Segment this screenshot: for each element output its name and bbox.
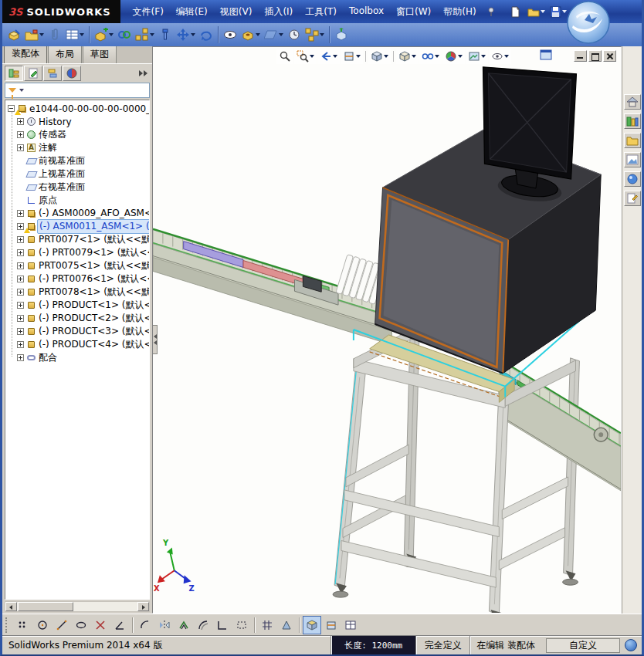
trim-entities-icon[interactable] [91, 616, 110, 634]
expand-icon[interactable] [17, 223, 24, 230]
view-settings-icon[interactable] [489, 49, 511, 64]
expand-icon[interactable] [17, 118, 24, 125]
tree-item-prt0077[interactable]: PRT0077<1> (默认<<默认 [5, 233, 149, 246]
custom-properties-icon[interactable] [624, 191, 641, 206]
tree-splitter-handle[interactable] [152, 325, 158, 354]
zoom-fit-icon[interactable] [276, 49, 293, 64]
construction-geometry-icon[interactable] [232, 616, 251, 634]
menu-tools[interactable]: 工具(T) [299, 2, 343, 22]
circle-tool-icon[interactable] [33, 616, 52, 634]
menu-pin-icon[interactable] [483, 2, 500, 21]
propertymanager-tab[interactable] [24, 66, 42, 81]
displaymanager-tab[interactable] [63, 66, 81, 81]
restore-button[interactable] [588, 50, 602, 62]
expand-icon[interactable] [17, 210, 24, 217]
tree-item-root[interactable]: e1044-00-00-00-00-0000_asm [5, 102, 149, 115]
scrollbar-thumb[interactable] [18, 602, 73, 611]
linear-component-pattern-button[interactable] [134, 25, 156, 44]
line-tool-icon[interactable] [53, 616, 71, 634]
expand-icon[interactable] [17, 262, 24, 269]
edit-component-button[interactable] [5, 25, 22, 44]
close-button[interactable] [603, 50, 616, 62]
section-view-button[interactable] [322, 616, 341, 634]
graphics-area[interactable]: Y X Z [152, 46, 622, 614]
tab-sketch[interactable]: 草图 [83, 46, 117, 63]
tree-item-front-plane[interactable]: 前视基准面 [5, 154, 149, 167]
tree-item-sensors[interactable]: 传感器 [5, 128, 149, 141]
menu-edit[interactable]: 编辑(E) [170, 2, 214, 22]
panel-tabs-overflow-button[interactable] [137, 67, 150, 79]
tree-item-top-plane[interactable]: 上视基准面 [5, 167, 149, 181]
file-explorer-icon[interactable] [624, 133, 641, 148]
tree-item-product1[interactable]: (-) PRODUCT<1> (默认<<默认 [5, 299, 149, 312]
expand-icon[interactable] [17, 249, 24, 256]
tree-item-origin[interactable]: 原点 [5, 194, 149, 207]
menu-window[interactable]: 窗口(W) [390, 2, 437, 22]
rotate-component-button[interactable] [198, 25, 215, 44]
status-custom-dropdown[interactable]: 自定义 [546, 638, 620, 653]
scroll-left-button[interactable] [5, 602, 17, 611]
tab-layout[interactable]: 布局 [48, 46, 82, 63]
isometric-view-button[interactable] [303, 616, 321, 634]
attachment-button[interactable] [46, 25, 63, 44]
expand-icon[interactable] [17, 131, 24, 138]
appearances-icon[interactable] [624, 171, 641, 187]
document-icon[interactable] [540, 49, 552, 63]
design-library-icon[interactable] [624, 113, 641, 129]
expand-icon[interactable] [17, 354, 24, 361]
tree-item-product2[interactable]: (-) PRODUCT<2> (默认<<默认 [5, 312, 149, 325]
tree-item-product3[interactable]: (-) PRODUCT<3> (默认<<默认 [5, 325, 149, 338]
tree-item-prt0075[interactable]: PRT0075<1> (默认<<默认 [5, 259, 149, 272]
expand-icon[interactable] [17, 236, 24, 243]
ellipse-tool-icon[interactable] [72, 616, 90, 634]
expand-icon[interactable] [17, 302, 24, 309]
expand-icon[interactable] [17, 328, 24, 335]
tree-item-asm0009[interactable]: (-) ASM0009_AFO_ASM<1> (默 [5, 207, 149, 220]
tree-item-history[interactable]: History [5, 115, 149, 128]
zoom-area-icon[interactable] [294, 49, 317, 64]
tree-item-prt0076[interactable]: (-) PRT0076<1> (默认<<默认 [5, 272, 149, 286]
tree-item-prt0079[interactable]: (-) PRT0079<1> (默认<<默认 [5, 246, 149, 259]
reference-geometry-button[interactable] [263, 25, 285, 44]
tree-item-prt0078[interactable]: PRT0078<1> (默认<<默认 [5, 286, 149, 299]
tree-item-right-plane[interactable]: 右视基准面 [5, 181, 149, 194]
expand-icon[interactable] [17, 341, 24, 348]
grid-snap-icon[interactable] [258, 616, 276, 634]
menu-insert[interactable]: 插入(I) [258, 2, 299, 22]
mirror-entities-icon[interactable] [155, 616, 174, 634]
convert-entities-icon[interactable] [175, 616, 193, 634]
menu-help[interactable]: 帮助(H) [437, 2, 482, 22]
expand-icon[interactable] [17, 144, 24, 151]
view-orientation-icon[interactable] [368, 49, 391, 64]
bill-of-materials-button[interactable] [64, 25, 86, 44]
tree-horizontal-scrollbar[interactable] [5, 601, 150, 612]
view-palette-icon[interactable] [624, 152, 641, 167]
tree-item-annotations[interactable]: 注解 [5, 141, 149, 154]
tab-assembly[interactable]: 装配体 [4, 45, 47, 63]
assembly-features-button[interactable] [239, 25, 262, 44]
hide-show-items-icon[interactable] [419, 49, 442, 64]
menu-view[interactable]: 视图(V) [214, 2, 259, 22]
angle-line-icon[interactable] [110, 616, 129, 634]
previous-view-icon[interactable] [317, 49, 340, 64]
expand-icon[interactable] [17, 276, 24, 282]
arc-tool-icon[interactable] [136, 616, 154, 634]
offset-entities-icon[interactable] [194, 616, 212, 634]
mate-button[interactable] [116, 25, 133, 44]
featuremanager-tab[interactable] [5, 66, 23, 81]
sketch-point-icon[interactable] [14, 616, 32, 634]
save-button[interactable] [548, 2, 568, 21]
display-style-icon[interactable] [396, 49, 419, 64]
tree-item-mates[interactable]: 配合 [5, 351, 149, 364]
menu-file[interactable]: 文件(F) [127, 2, 170, 22]
configurationmanager-tab[interactable] [43, 66, 62, 81]
resources-home-icon[interactable] [624, 94, 641, 110]
new-document-button[interactable] [507, 2, 524, 21]
scroll-right-button[interactable] [137, 602, 149, 611]
instant3d-button[interactable] [333, 25, 350, 44]
minimize-button[interactable] [574, 50, 587, 62]
quick-tips-icon[interactable] [625, 639, 637, 651]
design-table-button[interactable] [341, 616, 360, 634]
shaded-sketch-contours-icon[interactable] [277, 616, 296, 634]
open-document-button[interactable] [526, 2, 547, 21]
